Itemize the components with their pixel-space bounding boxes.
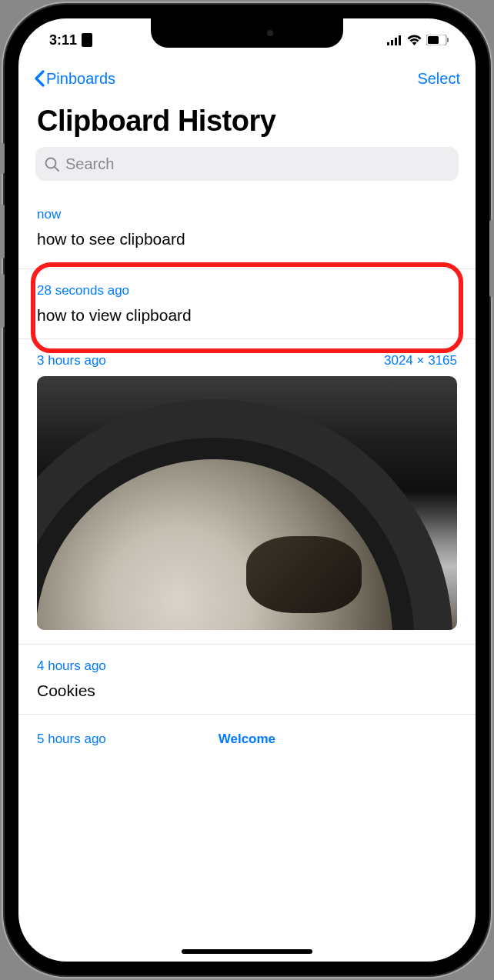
home-indicator[interactable]: [182, 949, 312, 954]
entry-dimensions: 3024 × 3165: [384, 353, 457, 368]
camera-dot: [267, 30, 273, 36]
history-item[interactable]: 3 hours ago 3024 × 3165: [18, 339, 476, 645]
svg-line-8: [55, 167, 58, 171]
search-icon: [45, 157, 59, 172]
status-time: 3:11: [49, 32, 77, 48]
svg-rect-2: [395, 38, 397, 45]
entry-timestamp: 28 seconds ago: [37, 283, 129, 298]
history-list[interactable]: now how to see clipboard 28 seconds ago …: [18, 188, 476, 750]
history-item[interactable]: now how to see clipboard: [18, 188, 476, 269]
entry-content: how to view clipboard: [37, 306, 457, 325]
back-label: Pinboards: [46, 70, 115, 88]
chevron-left-icon: [34, 70, 45, 87]
back-button[interactable]: Pinboards: [34, 70, 115, 88]
side-button: [0, 205, 5, 258]
svg-rect-6: [447, 38, 449, 42]
svg-rect-0: [387, 42, 389, 45]
svg-rect-5: [428, 36, 439, 44]
side-button: [489, 220, 494, 297]
screen: 3:11 Pinboards Select Cli: [18, 18, 476, 962]
wifi-icon: [407, 35, 422, 45]
svg-rect-3: [399, 35, 401, 45]
battery-icon: [426, 35, 449, 45]
entry-image-thumbnail: [37, 376, 457, 630]
entry-content: Cookies: [37, 682, 457, 700]
entry-timestamp: now: [37, 207, 61, 222]
notch: [151, 18, 343, 48]
entry-timestamp: 5 hours ago: [37, 732, 106, 747]
search-input[interactable]: Search: [35, 147, 459, 181]
select-button[interactable]: Select: [417, 70, 460, 88]
side-button: [0, 143, 5, 174]
history-item[interactable]: 5 hours ago Welcome: [18, 715, 476, 750]
search-placeholder: Search: [65, 155, 114, 173]
cellular-signal-icon: [387, 35, 402, 45]
svg-rect-1: [391, 40, 393, 45]
side-button: [0, 274, 5, 328]
nav-bar: Pinboards Select: [18, 58, 476, 98]
entry-timestamp: 4 hours ago: [37, 658, 106, 674]
phone-frame: 3:11 Pinboards Select Cli: [5, 5, 489, 975]
history-item[interactable]: 28 seconds ago how to view clipboard: [18, 269, 476, 339]
page-title: Clipboard History: [18, 98, 476, 147]
person-card-icon: [82, 33, 92, 47]
entry-content: how to see clipboard: [37, 230, 457, 248]
entry-timestamp: 3 hours ago: [37, 353, 106, 368]
entry-label: Welcome: [219, 732, 275, 747]
history-item[interactable]: 4 hours ago Cookies: [18, 645, 476, 715]
